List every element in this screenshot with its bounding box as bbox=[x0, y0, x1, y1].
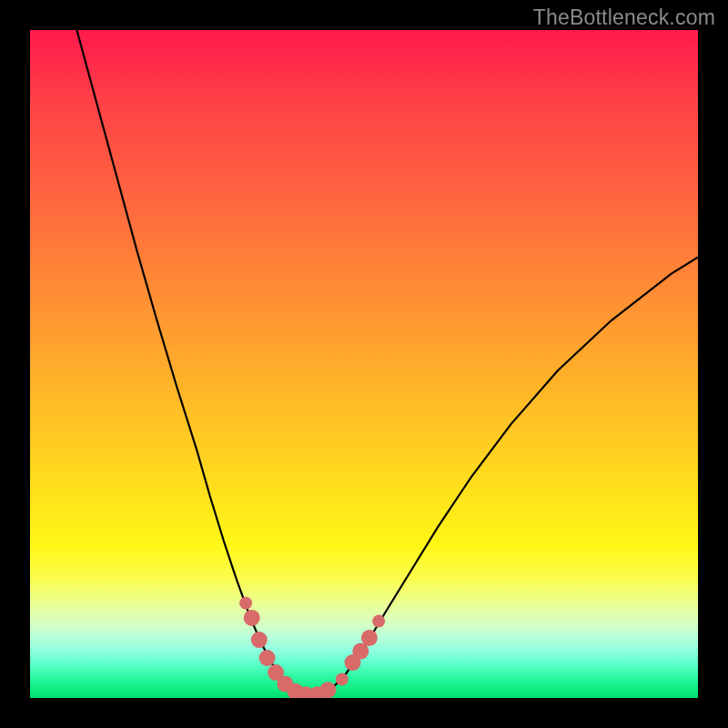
plot-area bbox=[30, 30, 698, 698]
data-marker bbox=[361, 630, 378, 646]
chart-frame: TheBottleneck.com bbox=[0, 0, 728, 728]
bottleneck-curve bbox=[76, 30, 698, 694]
watermark-text: TheBottleneck.com bbox=[533, 5, 715, 30]
marker-group bbox=[239, 597, 385, 698]
data-marker bbox=[372, 615, 385, 628]
data-marker bbox=[251, 632, 268, 648]
data-marker bbox=[244, 610, 260, 626]
data-marker bbox=[239, 597, 252, 610]
data-marker bbox=[259, 650, 276, 666]
data-marker bbox=[319, 682, 336, 698]
curve-layer bbox=[30, 30, 698, 698]
data-marker bbox=[336, 672, 349, 685]
data-marker bbox=[352, 643, 369, 660]
